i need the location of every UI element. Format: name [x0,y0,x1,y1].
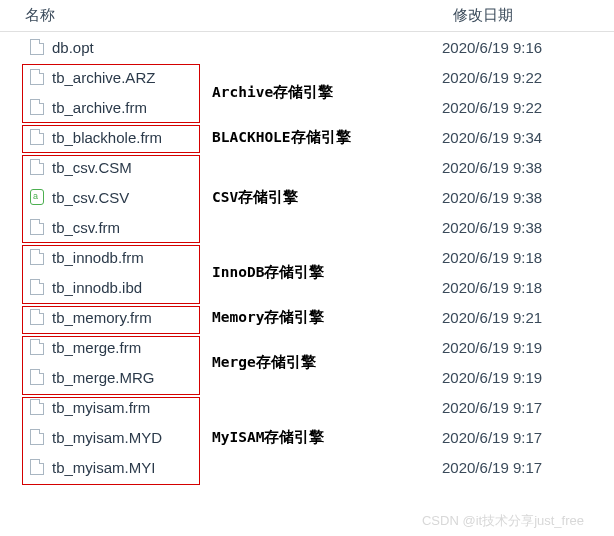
modified-date: 2020/6/19 9:19 [442,369,614,386]
engine-annotation: Merge存储引擎 [212,353,442,372]
table-row[interactable]: tb_merge.MRGMerge存储引擎2020/6/19 9:19 [0,362,614,392]
modified-date: 2020/6/19 9:34 [442,129,614,146]
table-row[interactable]: tb_csv.CSVCSV存储引擎2020/6/19 9:38 [0,182,614,212]
table-row[interactable]: db.opt2020/6/19 9:16 [0,32,614,62]
engine-annotation: CSV存储引擎 [212,188,442,207]
engine-annotation: Memory存储引擎 [212,308,442,327]
watermark: CSDN @it技术分享just_free [422,512,584,530]
modified-date: 2020/6/19 9:16 [442,39,614,56]
table-row[interactable]: tb_myisam.MYDMyISAM存储引擎2020/6/19 9:17 [0,422,614,452]
file-icon [30,339,44,355]
file-list: db.opt2020/6/19 9:16tb_archive.ARZ2020/6… [0,32,614,482]
file-name: tb_myisam.MYI [52,459,212,476]
file-name: tb_memory.frm [52,309,212,326]
file-icon [30,429,44,445]
table-row[interactable]: tb_csv.frm2020/6/19 9:38 [0,212,614,242]
modified-date: 2020/6/19 9:18 [442,249,614,266]
file-icon [30,99,44,115]
modified-date: 2020/6/19 9:38 [442,159,614,176]
column-header: 名称 修改日期 [0,0,614,32]
file-name: tb_blackhole.frm [52,129,212,146]
file-icon [30,69,44,85]
modified-date: 2020/6/19 9:22 [442,69,614,86]
modified-date: 2020/6/19 9:21 [442,309,614,326]
file-name: tb_csv.CSV [52,189,212,206]
header-date[interactable]: 修改日期 [453,6,614,25]
file-name: tb_myisam.MYD [52,429,212,446]
table-row[interactable]: tb_innodb.ibdInnoDB存储引擎2020/6/19 9:18 [0,272,614,302]
table-row[interactable]: tb_blackhole.frmBLACKHOLE存储引擎2020/6/19 9… [0,122,614,152]
file-name: tb_csv.CSM [52,159,212,176]
file-name: tb_innodb.ibd [52,279,212,296]
file-icon [30,159,44,175]
table-row[interactable]: tb_memory.frmMemory存储引擎2020/6/19 9:21 [0,302,614,332]
modified-date: 2020/6/19 9:17 [442,429,614,446]
file-icon [30,369,44,385]
file-icon [30,459,44,475]
engine-annotation: InnoDB存储引擎 [212,263,442,282]
table-row[interactable]: tb_archive.frmArchive存储引擎2020/6/19 9:22 [0,92,614,122]
modified-date: 2020/6/19 9:17 [442,459,614,476]
engine-annotation: BLACKHOLE存储引擎 [212,128,442,147]
engine-annotation: Archive存储引擎 [212,83,442,102]
modified-date: 2020/6/19 9:38 [442,189,614,206]
file-icon [30,39,44,55]
file-name: tb_archive.ARZ [52,69,212,86]
file-icon [30,219,44,235]
file-icon [30,129,44,145]
header-name[interactable]: 名称 [25,6,453,25]
file-name: tb_innodb.frm [52,249,212,266]
engine-annotation: MyISAM存储引擎 [212,428,442,447]
file-icon [30,279,44,295]
file-icon [30,309,44,325]
file-name: tb_merge.MRG [52,369,212,386]
modified-date: 2020/6/19 9:19 [442,339,614,356]
file-icon [30,249,44,265]
modified-date: 2020/6/19 9:17 [442,399,614,416]
file-name: db.opt [52,39,212,56]
table-row[interactable]: tb_csv.CSM2020/6/19 9:38 [0,152,614,182]
modified-date: 2020/6/19 9:18 [442,279,614,296]
csv-file-icon [30,189,44,205]
file-name: tb_merge.frm [52,339,212,356]
modified-date: 2020/6/19 9:22 [442,99,614,116]
table-row[interactable]: tb_myisam.MYI2020/6/19 9:17 [0,452,614,482]
file-name: tb_archive.frm [52,99,212,116]
modified-date: 2020/6/19 9:38 [442,219,614,236]
file-name: tb_myisam.frm [52,399,212,416]
file-icon [30,399,44,415]
file-name: tb_csv.frm [52,219,212,236]
table-row[interactable]: tb_myisam.frm2020/6/19 9:17 [0,392,614,422]
